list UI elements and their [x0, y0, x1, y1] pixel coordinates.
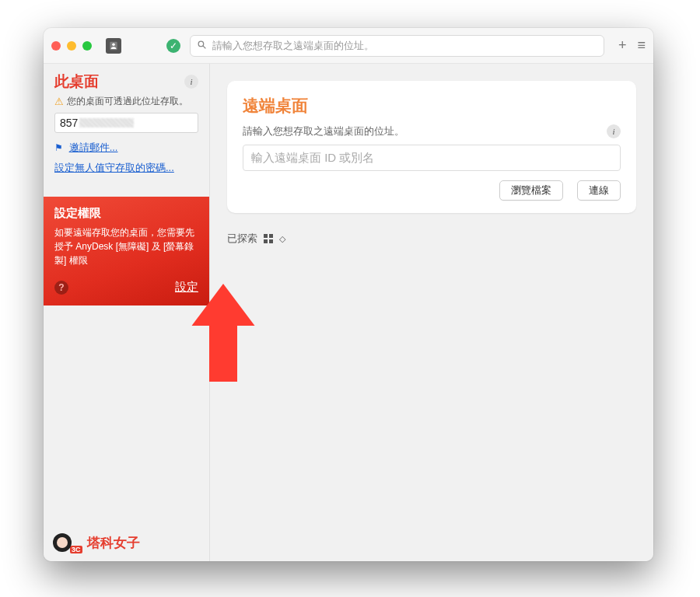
configure-permissions-button[interactable]: 設定	[175, 280, 198, 295]
contacts-icon[interactable]	[106, 38, 121, 54]
remote-card-desc: 請輸入您想存取之遠端桌面的位址。	[243, 124, 404, 138]
fullscreen-window-icon[interactable]	[82, 41, 92, 51]
sidebar: 此桌面 i ⚠ 您的桌面可透過此位址存取。 857 ⚑ 邀請郵件... 設定無	[44, 64, 210, 561]
minimize-window-icon[interactable]	[67, 41, 76, 51]
remote-desktop-card: 遠端桌面 請輸入您想存取之遠端桌面的位址。 i 輸入遠端桌面 ID 或別名 瀏覽…	[227, 81, 636, 213]
browse-files-button[interactable]: 瀏覽檔案	[499, 180, 563, 201]
connect-button[interactable]: 連線	[577, 180, 621, 201]
permissions-alert: 設定權限 如要遠端存取您的桌面，您需要先授予 AnyDesk [無障礙] 及 […	[44, 197, 209, 305]
flag-icon: ⚑	[54, 142, 63, 153]
address-visible-prefix: 857	[60, 117, 78, 129]
discovered-label: 已探索	[227, 232, 257, 246]
help-icon[interactable]: ?	[54, 281, 68, 295]
address-bar[interactable]: 請輸入您想存取之遠端桌面的位址。	[190, 35, 604, 57]
logo-badge: 3C	[70, 546, 82, 553]
warning-icon: ⚠	[54, 96, 64, 107]
svg-point-2	[198, 41, 203, 47]
remote-card-title: 遠端桌面	[243, 95, 621, 117]
svg-line-3	[203, 46, 205, 48]
search-icon	[197, 40, 207, 52]
window-controls	[51, 41, 92, 51]
logo-avatar-icon	[53, 533, 72, 552]
logo-text: 塔科女子	[87, 534, 140, 552]
access-warning-text: 您的桌面可透過此位址存取。	[67, 95, 188, 108]
status-ready-icon: ✓	[166, 39, 180, 53]
access-warning: ⚠ 您的桌面可透過此位址存取。	[54, 95, 198, 108]
sidebar-title: 此桌面	[54, 72, 99, 92]
discovered-section: 已探索 ◇	[227, 232, 636, 246]
address-hidden	[79, 118, 134, 127]
permissions-alert-desc: 如要遠端存取您的桌面，您需要先授予 AnyDesk [無障礙] 及 [螢幕錄製]…	[54, 225, 198, 267]
app-window: ✓ 請輸入您想存取之遠端桌面的位址。 + ≡ 此桌面 i ⚠ 您的桌面可透過此位…	[44, 28, 653, 561]
this-desk-address[interactable]: 857	[54, 113, 198, 133]
unattended-password-link[interactable]: 設定無人值守存取的密碼...	[54, 161, 198, 175]
invite-mail-link[interactable]: 邀請郵件...	[69, 141, 118, 153]
close-window-icon[interactable]	[51, 41, 61, 51]
info-icon[interactable]: i	[184, 75, 198, 89]
address-placeholder: 請輸入您想存取之遠端桌面的位址。	[212, 39, 374, 53]
svg-point-1	[112, 43, 115, 46]
menu-icon[interactable]: ≡	[637, 37, 646, 54]
info-icon[interactable]: i	[607, 124, 621, 138]
new-tab-icon[interactable]: +	[618, 37, 627, 54]
remote-address-input[interactable]: 輸入遠端桌面 ID 或別名	[243, 145, 621, 171]
sort-icon[interactable]: ◇	[279, 234, 284, 244]
watermark-logo: 3C 塔科女子	[44, 524, 209, 561]
main-content: 遠端桌面 請輸入您想存取之遠端桌面的位址。 i 輸入遠端桌面 ID 或別名 瀏覽…	[210, 64, 653, 561]
permissions-alert-title: 設定權限	[54, 206, 198, 221]
remote-address-placeholder: 輸入遠端桌面 ID 或別名	[251, 151, 374, 166]
titlebar-actions: + ≡	[618, 37, 646, 54]
titlebar: ✓ 請輸入您想存取之遠端桌面的位址。 + ≡	[44, 28, 653, 64]
view-grid-icon[interactable]	[264, 234, 273, 243]
